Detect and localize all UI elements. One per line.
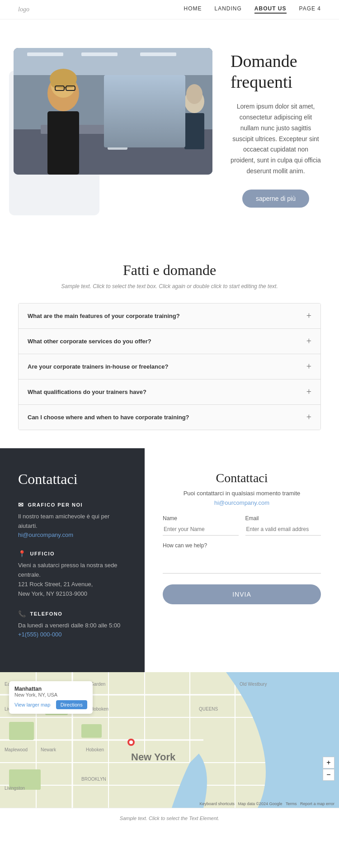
svg-text:Newark: Newark <box>41 747 56 752</box>
faq-question-4: What qualifications do your trainers hav… <box>28 389 146 395</box>
name-label: Name <box>163 515 239 522</box>
map-directions-button[interactable]: Directions <box>56 700 87 709</box>
hero-section: Domande frequenti Lorem ipsum dolor sit … <box>0 19 339 235</box>
svg-rect-16 <box>108 114 127 150</box>
name-input[interactable] <box>163 523 239 536</box>
svg-point-18 <box>148 89 168 111</box>
contact-right-title: Contattaci <box>163 471 321 485</box>
svg-text:QUEENS: QUEENS <box>199 707 218 711</box>
faq-question-1: What are the main features of your corpo… <box>28 313 180 319</box>
svg-rect-1 <box>14 48 212 75</box>
logo: logo <box>18 6 29 13</box>
svg-point-20 <box>150 84 166 102</box>
map-zoom-controls: + − <box>323 757 334 781</box>
contact-right-email[interactable]: hi@ourcompany.com <box>163 499 321 506</box>
map-location-name: Manhattan <box>14 686 87 692</box>
svg-rect-19 <box>148 111 168 147</box>
how-help-field: How can we help? <box>163 542 321 575</box>
map-larger-link[interactable]: View larger map <box>14 702 50 707</box>
svg-rect-3 <box>81 52 118 56</box>
faq-expand-icon-2: + <box>306 336 311 346</box>
email-input[interactable] <box>245 523 321 536</box>
faq-subtitle: Sample text. Click to select the text bo… <box>18 283 321 289</box>
faq-expand-icon-3: + <box>306 361 311 372</box>
svg-point-17 <box>109 86 126 104</box>
how-help-textarea[interactable] <box>163 551 321 574</box>
contact-form-row-1: Name Email <box>163 515 321 536</box>
faq-item-1[interactable]: What are the main features of your corpo… <box>19 304 320 329</box>
svg-text:Livingston: Livingston <box>5 786 25 791</box>
contact-info-phone-label: 📞 TELEFONO <box>18 610 127 617</box>
office-section-title: UFFICIO <box>30 551 55 556</box>
contact-info-email-section: ✉ GRAFICO PER NOI Il nostro team amichev… <box>18 501 127 539</box>
faq-question-2: What other corporate services do you off… <box>28 338 151 345</box>
svg-rect-5 <box>14 129 212 175</box>
email-icon: ✉ <box>18 501 24 508</box>
phone-link[interactable]: +1(555) 000-000 <box>18 631 62 638</box>
faq-expand-icon-4: + <box>306 387 311 397</box>
faq-item-4[interactable]: What qualifications do your trainers hav… <box>19 379 320 405</box>
nav-page4[interactable]: PAGE 4 <box>299 5 321 14</box>
faq-question-5: Can I choose where and when to have corp… <box>28 414 189 421</box>
svg-point-56 <box>129 740 133 744</box>
hero-image <box>14 48 212 175</box>
name-field: Name <box>163 515 239 536</box>
svg-text:New York: New York <box>131 751 176 763</box>
office-icon: 📍 <box>18 550 27 557</box>
nav-landing[interactable]: LANDING <box>215 5 242 14</box>
faq-section: Fatti e domande Sample text. Click to se… <box>0 235 339 448</box>
faq-list: What are the main features of your corpo… <box>18 303 321 430</box>
svg-rect-8 <box>47 111 79 175</box>
email-field-label: Email <box>245 515 321 522</box>
contact-right-panel: Contattaci Puoi contattarci in qualsiasi… <box>145 448 339 673</box>
hero-body: Lorem ipsum dolor sit amet, consectetur … <box>231 101 321 177</box>
contact-info-office-section: 📍 UFFICIO Vieni a salutarci presso la no… <box>18 550 127 598</box>
faq-expand-icon-1: + <box>306 311 311 321</box>
email-section-text: Il nostro team amichevole è qui per aiut… <box>18 512 127 531</box>
footer-text: Sample text. Click to select the Text El… <box>18 816 321 821</box>
hero-photo <box>14 48 212 175</box>
email-link[interactable]: hi@ourcompany.com <box>18 531 73 538</box>
navbar: logo HOME LANDING ABOUT US PAGE 4 <box>0 0 339 19</box>
faq-title: Fatti e domande <box>18 262 321 279</box>
phone-icon: 📞 <box>18 610 27 617</box>
nav-home[interactable]: HOME <box>184 5 202 14</box>
faq-item-3[interactable]: Are your corporate trainers in-house or … <box>19 354 320 379</box>
contact-left-title: Contattaci <box>18 471 127 488</box>
svg-rect-2 <box>27 52 63 56</box>
contact-info-email-label: ✉ GRAFICO PER NOI <box>18 501 127 508</box>
faq-item-2[interactable]: What other corporate services do you off… <box>19 329 320 354</box>
contact-left-panel: Contattaci ✉ GRAFICO PER NOI Il nostro t… <box>0 448 145 673</box>
svg-rect-22 <box>184 113 204 149</box>
svg-point-23 <box>186 84 202 104</box>
office-section-text: Vieni a salutarci presso la nostra sede … <box>18 561 127 598</box>
hero-title: Domande frequenti <box>231 51 321 92</box>
faq-item-5[interactable]: Can I choose where and when to have corp… <box>19 405 320 430</box>
contact-right-subtitle: Puoi contattarci in qualsiasi momento tr… <box>163 490 321 497</box>
map-zoom-in-button[interactable]: + <box>323 757 334 768</box>
svg-text:BROOKLYN: BROOKLYN <box>81 777 106 782</box>
contact-info-phone-section: 📞 TELEFONO Da lunedì a venerdì dalle 8:0… <box>18 610 127 639</box>
svg-text:Hoboken: Hoboken <box>86 747 104 752</box>
map-location-address: New York, NY, USA <box>14 692 87 697</box>
svg-text:Garden: Garden <box>90 682 105 687</box>
svg-point-15 <box>108 91 127 114</box>
email-field: Email <box>245 515 321 536</box>
submit-button[interactable]: INVIA <box>163 584 321 604</box>
svg-text:Hoboken: Hoboken <box>90 707 108 711</box>
contact-form: Name Email How can we help? INVIA <box>163 515 321 604</box>
map-zoom-out-button[interactable]: − <box>323 769 334 781</box>
nav-about[interactable]: ABOUT US <box>254 5 287 14</box>
svg-rect-37 <box>9 722 34 740</box>
svg-text:Maplewood: Maplewood <box>5 747 28 752</box>
svg-rect-40 <box>81 724 102 738</box>
email-section-title: GRAFICO PER NOI <box>28 502 83 508</box>
map-placeholder: New York East Hanover Garfield Garden Ol… <box>0 672 339 808</box>
footer: Sample text. Click to select the Text El… <box>0 808 339 828</box>
hero-cta-button[interactable]: saperne di più <box>242 190 309 208</box>
hero-image-wrap <box>18 62 217 188</box>
svg-rect-4 <box>140 52 176 56</box>
svg-text:Old Westbury: Old Westbury <box>240 682 267 687</box>
how-help-label: How can we help? <box>163 542 321 549</box>
faq-question-3: Are your corporate trainers in-house or … <box>28 363 168 370</box>
